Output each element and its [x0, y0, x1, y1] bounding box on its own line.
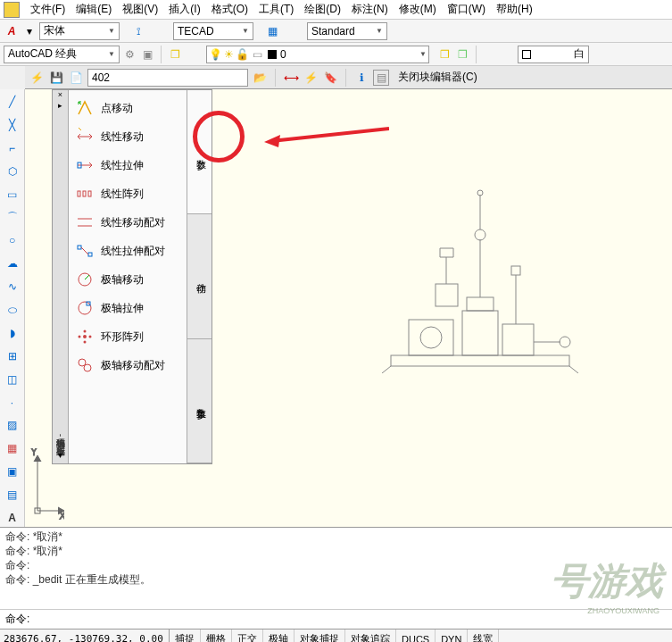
status-ducs[interactable]: DUCS: [396, 629, 436, 642]
palette-item[interactable]: 点移动: [72, 94, 183, 122]
make-block-tool-icon[interactable]: ◫: [4, 371, 21, 388]
polyline-tool-icon[interactable]: ⌐: [4, 139, 21, 157]
dim-style-icon[interactable]: ⟟: [130, 23, 146, 39]
menu-format[interactable]: 格式(O): [206, 0, 253, 19]
font-select[interactable]: 宋体 ▼: [39, 22, 120, 40]
menu-modify[interactable]: 修改(M): [394, 0, 442, 19]
dim-style-select[interactable]: TECAD ▼: [173, 22, 253, 40]
svg-point-11: [89, 336, 92, 338]
palette-item-label: 线性拉伸配对: [101, 244, 165, 259]
status-grid[interactable]: 栅格: [201, 629, 232, 642]
menu-edit[interactable]: 编辑(E): [71, 0, 117, 19]
workspace-select[interactable]: AutoCAD 经典 ▼: [4, 46, 120, 63]
palette-item[interactable]: 线性拉伸配对: [72, 237, 183, 265]
visibility-icon[interactable]: ℹ: [353, 70, 369, 86]
save-block-icon[interactable]: 💾: [48, 70, 64, 86]
close-block-editor-button[interactable]: 关闭块编辑器(C): [393, 68, 483, 87]
menu-window[interactable]: 窗口(W): [442, 0, 491, 19]
drawing-canvas[interactable]: × ▸ 块编与选项板 - 所有选项板 ▾ 点移动 线性移动 线性拉伸 线性阵列 …: [25, 89, 672, 527]
table-tool-icon[interactable]: ▤: [4, 486, 21, 504]
polar-move-pair-icon: [76, 356, 94, 374]
command-input-row: 命令:: [0, 609, 672, 629]
spline-tool-icon[interactable]: ∿: [4, 278, 21, 296]
status-dyn[interactable]: DYN: [436, 629, 468, 642]
command-input[interactable]: [33, 613, 667, 626]
attr-def-icon[interactable]: 🔖: [322, 70, 338, 86]
status-ortho[interactable]: 正交: [232, 629, 263, 642]
status-coords[interactable]: 283676.67, -130769.32, 0.00: [0, 629, 170, 642]
action-icon[interactable]: ⚡: [303, 70, 319, 86]
layer-states-icon[interactable]: ❐: [454, 46, 470, 63]
palette-item[interactable]: 线性移动配对: [72, 208, 183, 237]
arc-tool-icon[interactable]: ⌒: [4, 208, 21, 226]
xline-tool-icon[interactable]: ╳: [4, 116, 21, 134]
workspace-settings-icon[interactable]: ⚙: [121, 46, 137, 63]
svg-rect-22: [467, 297, 494, 311]
svg-point-7: [79, 302, 91, 314]
ellipse-tool-icon[interactable]: ⬭: [4, 301, 21, 319]
revcloud-tool-icon[interactable]: ☁: [4, 254, 21, 272]
chevron-down-icon: ▼: [242, 27, 249, 35]
block-drawing: [382, 186, 578, 373]
palette-item[interactable]: 线性阵列: [72, 179, 183, 208]
menu-view[interactable]: 视图(V): [117, 0, 163, 19]
table-style-select[interactable]: Standard ▼: [307, 22, 387, 40]
text-style-icon[interactable]: A: [4, 23, 20, 39]
palette-item[interactable]: 极轴移动配对: [72, 351, 183, 379]
menu-file[interactable]: 文件(F): [25, 0, 71, 19]
palette-toggle-icon[interactable]: ▤: [373, 70, 389, 86]
palette-list[interactable]: 点移动 线性移动 线性拉伸 线性阵列 线性移动配对 线性拉伸配对 极轴移动 极轴…: [69, 90, 187, 463]
block-name-input[interactable]: [87, 69, 248, 87]
edit-block-icon[interactable]: ⚡: [29, 70, 45, 86]
layer-manager-icon[interactable]: ❐: [167, 46, 183, 63]
workspace-save-icon[interactable]: ▣: [139, 46, 155, 63]
palette-item-label: 线性拉伸: [101, 158, 144, 173]
menu-insert[interactable]: 插入(I): [163, 0, 205, 19]
palette-close-icon[interactable]: ×: [58, 90, 62, 99]
insert-block-tool-icon[interactable]: ⊞: [4, 347, 21, 365]
mtext-tool-icon[interactable]: A: [4, 509, 21, 527]
palette-item[interactable]: 极轴移动: [72, 265, 183, 294]
text-style-dropdown-icon[interactable]: ▾: [21, 23, 37, 39]
save-block-as-icon[interactable]: 📄: [68, 70, 84, 86]
menu-tools[interactable]: 工具(T): [253, 0, 299, 19]
layer-previous-icon[interactable]: ❐: [436, 46, 452, 63]
status-lwt[interactable]: 线宽: [468, 629, 499, 642]
status-polar[interactable]: 极轴: [263, 629, 295, 642]
svg-text:Y: Y: [30, 448, 37, 458]
open-block-icon[interactable]: 📂: [252, 70, 268, 86]
command-history: 命令: *取消* 命令: *取消* 命令: 命令: _bedit 正在重生成模型…: [0, 527, 672, 609]
svg-line-18: [569, 366, 578, 373]
line-tool-icon[interactable]: ╱: [4, 93, 21, 111]
block-editor-toolbar: ⚡ 💾 📄 📂 ⟷ ⚡ 🔖 ℹ ▤ 关闭块编辑器(C): [25, 66, 672, 89]
chevron-down-icon: ▼: [108, 50, 115, 58]
menu-draw[interactable]: 绘图(D): [299, 0, 346, 19]
palette-item[interactable]: 线性移动: [72, 122, 183, 151]
table-style-icon[interactable]: ▦: [264, 23, 280, 39]
color-select[interactable]: 白: [518, 46, 589, 63]
palette-item[interactable]: 极轴拉伸: [72, 294, 183, 322]
rectangle-tool-icon[interactable]: ▭: [4, 186, 21, 204]
layer-select[interactable]: 💡 ☀ 🔓 ▭ 0 ▼: [206, 46, 429, 63]
ellipse-arc-tool-icon[interactable]: ◗: [4, 324, 21, 342]
svg-rect-2: [83, 191, 86, 196]
polygon-tool-icon[interactable]: ⬡: [4, 163, 21, 180]
palette-auto-hide-icon[interactable]: ▸: [58, 101, 62, 110]
palette-item[interactable]: 环形阵列: [72, 322, 183, 351]
svg-point-20: [420, 327, 442, 348]
palette-tab-paramsets[interactable]: 参数集: [187, 339, 212, 463]
gradient-tool-icon[interactable]: ▦: [4, 439, 21, 457]
status-snap[interactable]: 捕捉: [170, 629, 201, 642]
point-tool-icon[interactable]: ·: [4, 394, 21, 412]
region-tool-icon[interactable]: ▣: [4, 463, 21, 480]
status-otrack[interactable]: 对象追踪: [345, 629, 396, 642]
palette-titlebar[interactable]: × ▸ 块编与选项板 - 所有选项板 ▾: [53, 90, 69, 463]
hatch-tool-icon[interactable]: ▨: [4, 416, 21, 434]
menu-help[interactable]: 帮助(H): [491, 0, 538, 19]
menu-dim[interactable]: 标注(N): [346, 0, 394, 19]
palette-tab-actions[interactable]: 动作: [187, 214, 212, 338]
status-osnap[interactable]: 对象捕捉: [295, 629, 345, 642]
circle-tool-icon[interactable]: ○: [4, 231, 21, 249]
palette-item[interactable]: 线性拉伸: [72, 151, 183, 179]
param-icon[interactable]: ⟷: [283, 70, 299, 86]
